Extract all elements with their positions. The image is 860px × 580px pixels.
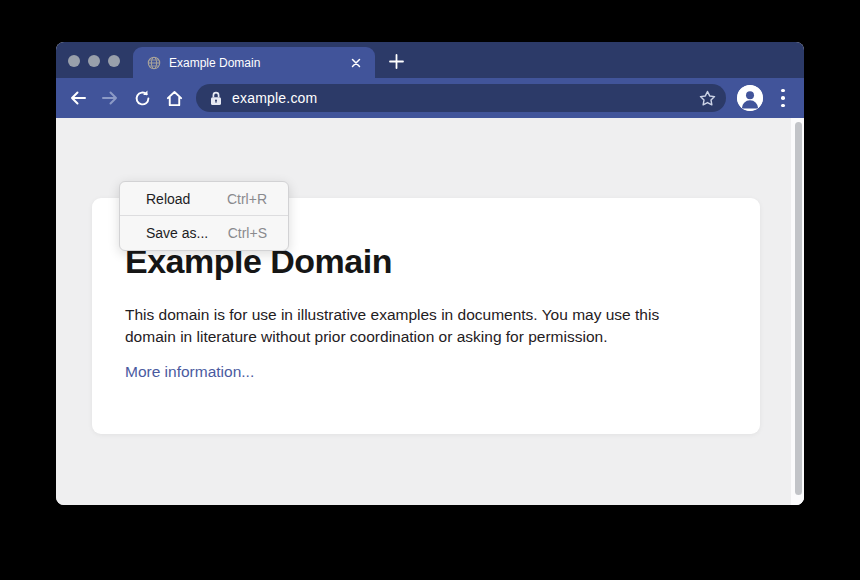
paragraph-line-2: domain in literature without prior coord… <box>125 326 720 348</box>
globe-favicon-icon <box>147 56 161 70</box>
menu-item-label: Reload <box>146 191 190 207</box>
page-viewport: Example Domain This domain is for use in… <box>56 118 804 505</box>
overflow-menu-dots-icon[interactable] <box>776 88 790 108</box>
toolbar: example.com <box>56 78 804 118</box>
new-tab-plus-icon[interactable] <box>388 53 404 69</box>
back-arrow-icon[interactable] <box>68 88 88 108</box>
bookmark-star-icon[interactable] <box>696 87 718 109</box>
window-minimize-button[interactable] <box>88 55 100 67</box>
menu-item-shortcut: Ctrl+S <box>228 225 267 241</box>
context-menu-item-reload[interactable]: Reload Ctrl+R <box>120 182 288 216</box>
home-icon[interactable] <box>164 88 184 108</box>
url-text: example.com <box>232 90 696 106</box>
profile-avatar-icon[interactable] <box>737 85 763 111</box>
tab-example-domain[interactable]: Example Domain <box>133 47 375 78</box>
menu-item-shortcut: Ctrl+R <box>227 191 267 207</box>
tab-close-icon[interactable] <box>347 54 365 72</box>
reload-icon[interactable] <box>132 88 152 108</box>
paragraph-line-1: This domain is for use in illustrative e… <box>125 304 720 326</box>
browser-window: Example Domain <box>56 42 804 505</box>
scrollbar-thumb[interactable] <box>795 122 802 495</box>
more-information-link[interactable]: More information... <box>125 363 254 381</box>
scrollbar-track <box>791 118 804 505</box>
forward-arrow-icon[interactable] <box>100 88 120 108</box>
menu-item-label: Save as... <box>146 225 208 241</box>
titlebar: Example Domain <box>56 42 804 78</box>
context-menu-item-save-as[interactable]: Save as... Ctrl+S <box>120 216 288 250</box>
context-menu: Reload Ctrl+R Save as... Ctrl+S <box>119 181 289 251</box>
window-zoom-button[interactable] <box>108 55 120 67</box>
window-close-button[interactable] <box>68 55 80 67</box>
screenshot-stage: Example Domain <box>0 0 860 580</box>
lock-icon <box>210 91 222 106</box>
address-bar[interactable]: example.com <box>196 84 726 112</box>
page-paragraph: This domain is for use in illustrative e… <box>125 304 720 348</box>
tab-title: Example Domain <box>169 56 347 70</box>
